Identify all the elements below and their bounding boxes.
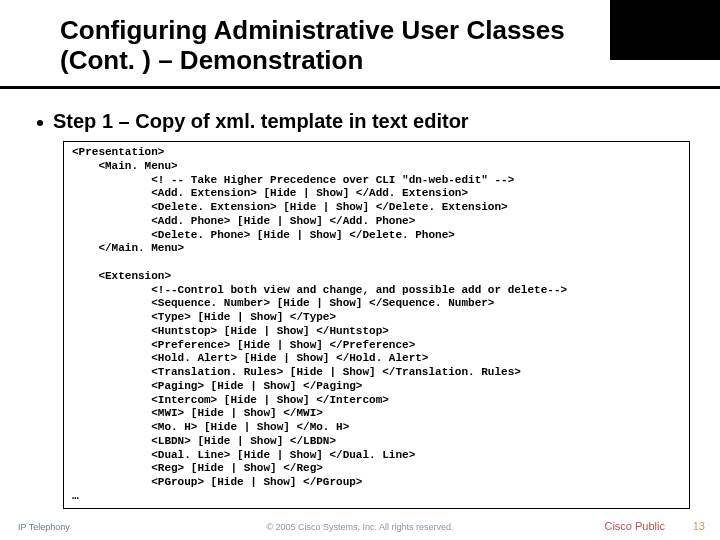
footer-page-number: 13 [693, 520, 705, 532]
title-line-2: (Cont. ) – Demonstration [60, 45, 363, 75]
slide-title: Configuring Administrative User Classes … [60, 16, 660, 76]
footer: IP Telephony © 2005 Cisco Systems, Inc. … [0, 514, 720, 532]
footer-public: Cisco Public [604, 520, 665, 532]
body: Step 1 – Copy of xml. template in text e… [35, 110, 690, 509]
bullet-icon [37, 120, 43, 126]
xml-template-code: <Presentation> <Main. Menu> <! -- Take H… [63, 141, 690, 509]
bullet-step-1: Step 1 – Copy of xml. template in text e… [35, 110, 690, 133]
slide: Configuring Administrative User Classes … [0, 0, 720, 540]
title-band: Configuring Administrative User Classes … [0, 10, 720, 89]
bullet-text: Step 1 – Copy of xml. template in text e… [53, 110, 469, 132]
title-line-1: Configuring Administrative User Classes [60, 15, 565, 45]
